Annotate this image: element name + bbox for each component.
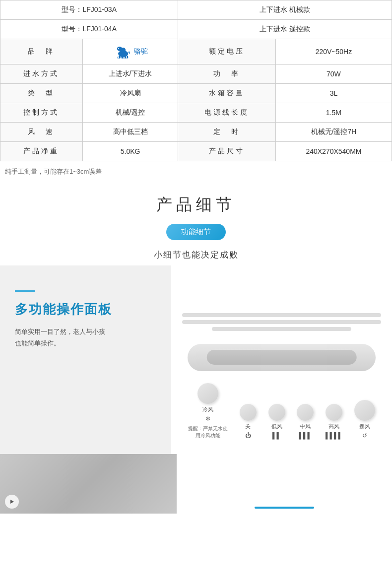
model-03a-label: 型号：LFJ01-03A xyxy=(0,0,178,20)
off-label: 关 xyxy=(245,423,251,430)
cool-wind-label: 冷风 xyxy=(202,406,213,413)
type-value: 冷风扇 xyxy=(82,84,178,103)
low-wind-circle xyxy=(268,404,285,421)
table-row: 风 速 高中低三档 定 时 机械无/遥控7H xyxy=(0,123,392,142)
panel-line xyxy=(212,327,351,331)
type-label: 类 型 xyxy=(0,84,83,103)
water-inlet-value: 上进水/下进水 xyxy=(82,65,178,84)
brand-label: 品 牌 xyxy=(0,39,83,65)
table-row: 产品净重 5.0KG 产品尺寸 240X270X540MM xyxy=(0,142,392,161)
off-btn: 关 ⏻ xyxy=(240,404,257,439)
cord-label: 电源线长度 xyxy=(178,103,275,123)
model-04a-value: 上下进水 遥控款 xyxy=(178,20,392,39)
size-value: 240X270X540MM xyxy=(275,142,392,161)
swing-label: 摆风 xyxy=(359,423,370,430)
svg-point-8 xyxy=(118,48,119,49)
tank-label: 水箱容量 xyxy=(178,84,275,103)
table-row: 进水方式 上进水/下进水 功 率 70W xyxy=(0,65,392,84)
brand-cell: CAMEL 骆驼 xyxy=(89,44,172,59)
svg-text:CAMEL: CAMEL xyxy=(117,56,127,59)
cool-wind-notice: 提醒：严禁无水使用冷风功能 xyxy=(188,425,228,439)
wind-speed-value: 高中低三档 xyxy=(82,123,178,142)
high-wind-btn: 高风 ▌▌▌▌ xyxy=(326,404,342,439)
measurement-note: 纯手工测量，可能存在1~3cm误差 xyxy=(0,164,392,179)
table-row: 类 型 冷风扇 水箱容量 3L xyxy=(0,84,392,103)
subtitle: 小细节也能决定成败 xyxy=(0,249,392,261)
model-03a-value: 上下进水 机械款 xyxy=(178,0,392,20)
cool-wind-circle xyxy=(197,383,218,404)
cool-wind-icon: ❄ xyxy=(205,415,210,422)
panel-line xyxy=(182,320,381,324)
low-wind-btn: 低风 ▌▌ xyxy=(268,404,285,439)
mid-wind-icon: ▌▌▌ xyxy=(299,432,312,439)
timer-label: 定 时 xyxy=(178,123,275,142)
weight-value: 5.0KG xyxy=(82,142,178,161)
play-icon xyxy=(9,499,15,505)
controls-row: 冷风 ❄ 提醒：严禁无水使用冷风功能 关 ⏻ 低风 ▌▌ xyxy=(182,383,381,444)
feature-desc-line1: 简单实用一目了然，老人与小孩 xyxy=(15,328,105,335)
control-value: 机械/遥控 xyxy=(82,103,178,123)
feature-right-panel: 冷风 ❄ 提醒：严禁无水使用冷风功能 关 ⏻ 低风 ▌▌ xyxy=(171,265,392,454)
high-wind-label: 高风 xyxy=(328,423,339,430)
svg-marker-10 xyxy=(10,500,14,504)
specs-table: 型号：LFJ01-03A 上下进水 机械款 型号：LFJ01-04A 上下进水 … xyxy=(0,0,392,161)
play-icon-wrap[interactable] xyxy=(5,495,19,509)
control-label: 控制方式 xyxy=(0,103,83,123)
brand-value: CAMEL 骆驼 xyxy=(82,39,178,65)
mid-wind-circle xyxy=(297,404,314,421)
mid-wind-btn: 中风 ▌▌▌ xyxy=(297,404,314,439)
table-row: 控制方式 机械/遥控 电源线长度 1.5M xyxy=(0,103,392,123)
voltage-value: 220V~50Hz xyxy=(275,39,392,65)
feature-tag: 功能细节 xyxy=(166,224,226,240)
panel-lines xyxy=(182,313,381,334)
accent-line xyxy=(15,290,35,292)
size-label: 产品尺寸 xyxy=(178,142,275,161)
table-row: 型号：LFJ01-03A 上下进水 机械款 xyxy=(0,0,392,20)
low-wind-label: 低风 xyxy=(271,423,282,430)
high-wind-icon: ▌▌▌▌ xyxy=(326,432,342,439)
water-inlet-label: 进水方式 xyxy=(0,65,83,84)
power-value: 70W xyxy=(275,65,392,84)
table-row: 品 牌 xyxy=(0,39,392,65)
section-title: 产品细节 xyxy=(0,194,392,216)
model-04a-label: 型号：LFJ01-04A xyxy=(0,20,178,39)
feature-left-panel: 多功能操作面板 简单实用一目了然，老人与小孩 也能简单操作。 xyxy=(0,265,171,454)
cord-value: 1.5M xyxy=(275,103,392,123)
table-row: 型号：LFJ01-04A 上下进水 遥控款 xyxy=(0,20,392,39)
swing-circle xyxy=(354,400,375,421)
feature-desc: 简单实用一目了然，老人与小孩 也能简单操作。 xyxy=(15,326,156,349)
svg-point-3 xyxy=(121,48,126,53)
weight-label: 产品净重 xyxy=(0,142,83,161)
feature-desc-line2: 也能简单操作。 xyxy=(15,339,60,347)
swing-icon: ↺ xyxy=(362,432,367,439)
camel-logo-icon: CAMEL xyxy=(113,44,131,59)
high-wind-circle xyxy=(326,404,342,421)
panel-mockup: 冷风 ❄ 提醒：严禁无水使用冷风功能 关 ⏻ 低风 ▌▌ xyxy=(171,265,392,454)
off-icon: ⏻ xyxy=(245,432,251,439)
timer-value: 机械无/遥控7H xyxy=(275,123,392,142)
cool-wind-btn: 冷风 ❄ 提醒：严禁无水使用冷风功能 xyxy=(188,383,228,439)
wind-speed-label: 风 速 xyxy=(0,123,83,142)
power-label: 功 率 xyxy=(178,65,275,84)
tank-value: 3L xyxy=(275,84,392,103)
product-detail-section: 产品细节 功能细节 小细节也能决定成败 xyxy=(0,179,392,265)
off-circle xyxy=(240,404,257,421)
fan-panel-shape xyxy=(188,344,375,371)
mid-wind-label: 中风 xyxy=(300,423,311,430)
feature-title: 多功能操作面板 xyxy=(15,301,156,318)
bottom-section xyxy=(0,454,392,514)
swing-btn: 摆风 ↺ xyxy=(354,400,375,439)
bottom-right-panel xyxy=(177,454,392,514)
product-image-placeholder xyxy=(0,454,177,514)
brand-name: 骆驼 xyxy=(134,47,148,56)
low-wind-icon: ▌▌ xyxy=(272,432,281,439)
bottom-left-image xyxy=(0,454,177,514)
feature-section: 多功能操作面板 简单实用一目了然，老人与小孩 也能简单操作。 冷风 ❄ xyxy=(0,265,392,454)
progress-bar xyxy=(255,507,314,509)
panel-line xyxy=(182,313,381,317)
voltage-label: 额定电压 xyxy=(178,39,275,65)
